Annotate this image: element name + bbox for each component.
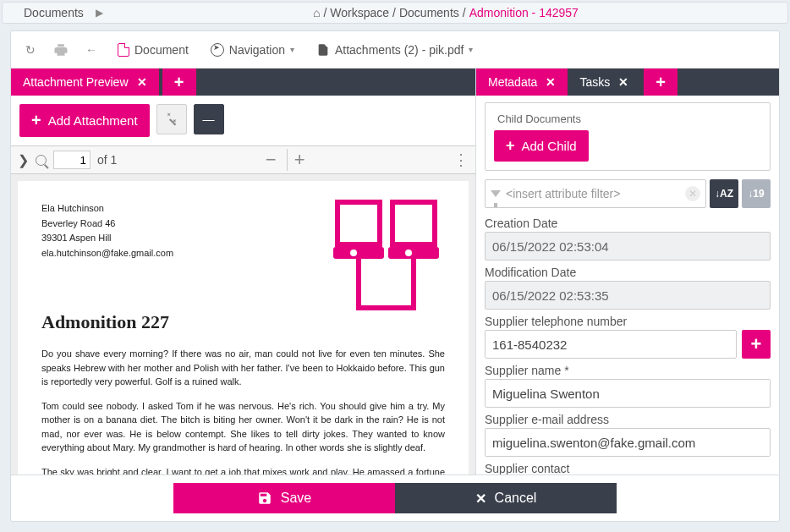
tab-metadata[interactable]: Metadata ✕ bbox=[476, 69, 568, 96]
refresh-icon[interactable]: ↻ bbox=[21, 41, 40, 59]
funnel-icon bbox=[491, 190, 501, 197]
metadata-scroll[interactable]: Child Documents + Add Child <insert attr… bbox=[476, 96, 779, 478]
svg-rect-0 bbox=[337, 202, 380, 244]
plus-icon: + bbox=[31, 111, 41, 130]
svg-point-4 bbox=[350, 250, 357, 256]
chevron-right-icon[interactable]: ▶ bbox=[91, 5, 107, 20]
file-icon bbox=[316, 42, 330, 58]
print-icon[interactable] bbox=[52, 41, 70, 59]
navigation-menu[interactable]: Navigation ▾ bbox=[206, 40, 299, 60]
clear-filter-icon[interactable]: ✕ bbox=[685, 186, 700, 201]
field-label: Supplier contact bbox=[485, 462, 771, 475]
breadcrumb-section: Documents bbox=[19, 4, 88, 21]
add-child-button[interactable]: + Add Child bbox=[494, 130, 589, 162]
pdf-viewport[interactable]: Ela Hutchinson Beverley Road 46 39301 As… bbox=[11, 174, 475, 478]
field-label: Supplier e-mail address bbox=[485, 413, 771, 426]
creation-date-field bbox=[485, 232, 771, 261]
right-panel: Metadata ✕ Tasks ✕ + Child Documents + A… bbox=[476, 69, 779, 478]
close-tab-icon[interactable]: ✕ bbox=[546, 75, 556, 89]
add-tab-button[interactable]: + bbox=[162, 69, 196, 96]
main-toolbar: ↻ ← Document Navigation ▾ Attachments (2… bbox=[11, 31, 779, 69]
field-label: Modification Date bbox=[485, 266, 771, 279]
sort-asc-button[interactable]: ↓AZ bbox=[710, 179, 738, 208]
document-menu[interactable]: Document bbox=[112, 40, 194, 60]
right-tab-row: Metadata ✕ Tasks ✕ + bbox=[476, 69, 779, 96]
breadcrumb-documents[interactable]: Documents bbox=[399, 6, 459, 19]
left-tab-row: Attachment Preview ✕ + bbox=[11, 69, 475, 96]
close-tab-icon[interactable]: ✕ bbox=[137, 75, 147, 89]
document-icon bbox=[6, 7, 16, 19]
breadcrumb-current: Admonition - 142957 bbox=[469, 6, 579, 19]
chevron-down-icon: ▾ bbox=[469, 45, 473, 54]
chevron-down-icon: ▾ bbox=[290, 45, 294, 54]
pdf-page: Ela Hutchinson Beverley Road 46 39301 As… bbox=[18, 181, 469, 478]
zoom-in-button[interactable]: + bbox=[287, 149, 309, 171]
footer-bar: Save ✕ Cancel bbox=[10, 474, 780, 522]
svg-rect-1 bbox=[392, 202, 435, 244]
field-label: Supplier name * bbox=[485, 364, 771, 377]
close-tab-icon[interactable]: ✕ bbox=[618, 75, 628, 89]
cancel-button[interactable]: ✕ Cancel bbox=[395, 483, 617, 513]
breadcrumb-workspace[interactable]: Workspace bbox=[330, 6, 389, 19]
add-attachment-button[interactable]: + Add Attachment bbox=[19, 104, 150, 137]
search-icon[interactable] bbox=[36, 155, 47, 166]
pdf-more-menu[interactable]: ⋮ bbox=[453, 151, 469, 169]
page-total: of 1 bbox=[97, 153, 117, 167]
svg-rect-3 bbox=[388, 247, 439, 259]
field-label: Creation Date bbox=[485, 217, 771, 230]
document-graphic bbox=[333, 198, 443, 327]
attribute-filter-input[interactable]: <insert attribute filter> ✕ bbox=[485, 179, 706, 208]
add-tab-button[interactable]: + bbox=[644, 69, 678, 96]
back-icon[interactable]: ← bbox=[82, 41, 101, 59]
minus-button[interactable]: — bbox=[194, 104, 224, 134]
breadcrumb-bar: Documents ▶ ⌂ / Workspace / Documents / … bbox=[2, 2, 788, 24]
plus-icon: + bbox=[506, 137, 515, 155]
add-phone-button[interactable]: + bbox=[742, 330, 771, 359]
main-container: ↻ ← Document Navigation ▾ Attachments (2… bbox=[10, 30, 780, 479]
modification-date-field bbox=[485, 281, 771, 310]
supplier-name-field[interactable] bbox=[485, 379, 771, 408]
save-button[interactable]: Save bbox=[173, 483, 395, 513]
pdf-sidebar-toggle[interactable]: ❯ bbox=[18, 152, 29, 168]
field-label: Supplier telephone number bbox=[485, 315, 771, 328]
compass-icon bbox=[211, 43, 224, 57]
pdf-toolbar: ❯ of 1 − + ⋮ bbox=[11, 145, 475, 174]
child-documents-group: Child Documents + Add Child bbox=[485, 102, 771, 171]
home-icon[interactable]: ⌂ bbox=[313, 6, 320, 19]
close-icon: ✕ bbox=[475, 491, 486, 507]
tab-attachment-preview[interactable]: Attachment Preview ✕ bbox=[11, 69, 159, 96]
supplier-phone-field[interactable] bbox=[485, 330, 737, 359]
save-icon bbox=[257, 491, 272, 506]
svg-point-5 bbox=[405, 250, 412, 256]
tab-tasks[interactable]: Tasks ✕ bbox=[568, 69, 640, 96]
page-number-input[interactable] bbox=[53, 151, 91, 169]
magic-wand-button[interactable] bbox=[156, 104, 187, 134]
attachments-menu[interactable]: Attachments (2) - pik.pdf ▾ bbox=[311, 39, 479, 61]
sort-desc-button[interactable]: ↓19 bbox=[742, 179, 771, 208]
zoom-out-button[interactable]: − bbox=[262, 149, 280, 171]
breadcrumb-root[interactable]: Documents ▶ bbox=[6, 4, 107, 21]
supplier-email-field[interactable] bbox=[485, 428, 771, 457]
document-outline-icon bbox=[118, 43, 129, 57]
svg-rect-2 bbox=[333, 247, 384, 259]
left-panel: Attachment Preview ✕ + + Add Attachment … bbox=[11, 69, 476, 478]
